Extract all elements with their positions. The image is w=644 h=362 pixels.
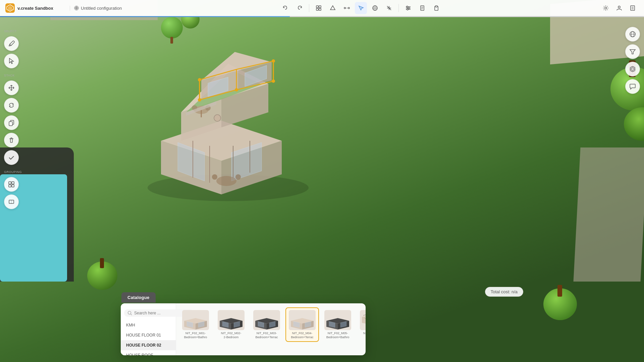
stack-section-label: STACK [4,74,22,77]
svg-line-69 [131,314,132,315]
copy-left-button[interactable] [4,115,19,130]
sliders-button[interactable] [402,2,414,14]
catalogue-card-image-4 [289,310,316,330]
svg-point-32 [618,6,620,8]
svg-point-51 [272,79,275,83]
svg-point-42 [216,176,236,186]
svg-rect-60 [12,182,14,184]
globe-tool-button[interactable] [369,2,381,14]
catalogue-card-label-6: NIT_F02_M06- Terrace [363,331,366,339]
app-name-label: v.create Sandbox [17,6,53,11]
catalogue-card-2[interactable]: NIT_F02_M02- 2-Bedroom [214,307,248,342]
svg-point-49 [198,78,201,81]
category-item-house-roof[interactable]: HOUSE ROOF [121,350,176,355]
catalogue-card-1[interactable]: NIT_F02_M01- Bedroom+Bathro [179,307,212,342]
svg-point-53 [235,88,238,92]
ungroup-button[interactable] [4,194,19,209]
confirm-button[interactable] [4,150,19,165]
layers-right-button[interactable] [625,62,640,76]
catalogue-panel: ✕ KMHHOUSE FLOOR 01HOUSE FLOOR 02HOUSE R… [121,303,366,355]
catalogue-card-image-3 [253,310,280,330]
svg-rect-59 [9,182,11,184]
connect-button[interactable] [341,2,353,14]
catalogue-float-btn: Catalogue [121,292,156,303]
catalogue-card-label-3: NIT_F02_M03- Bedroom+Terrac [256,331,278,339]
move-button[interactable] [4,80,19,95]
cross-button[interactable] [383,2,395,14]
svg-marker-56 [9,58,13,64]
app-logo-icon [5,3,15,13]
search-row: ✕ [121,307,176,320]
svg-point-68 [128,311,131,314]
svg-point-50 [272,59,275,63]
catalogue-items: NIT_F02_M01- Bedroom+Bathro NIT_F02_M02-… [176,303,366,355]
logo-area: v.create Sandbox [5,3,66,13]
grid-button[interactable] [313,2,325,14]
catalogue-card-label-4: NIT_F02_M04- Bedroom+Terrac [291,331,314,339]
progress-fill [0,16,290,17]
globe-right-button[interactable] [625,27,640,42]
svg-rect-58 [9,122,12,126]
svg-point-23 [408,7,410,9]
catalogue-card-3[interactable]: NIT_F02_M03- Bedroom+Terrac [250,307,283,342]
pencil-tool-button[interactable] [4,36,19,51]
svg-point-31 [605,7,607,9]
select-section-label: SELECT [4,29,22,33]
catalogue-card-5[interactable]: NIT_F02_M05- Bedroom+Bathro [321,307,355,342]
svg-point-11 [348,7,350,9]
grouping-section-label: GROUPING [4,170,22,174]
topbar-toolbar [126,2,596,14]
svg-point-24 [407,9,408,10]
svg-line-55 [10,44,11,46]
config-status-icon [74,6,79,10]
svg-rect-62 [12,185,14,187]
catalogue-card-image-5 [324,310,351,330]
settings-button[interactable] [600,2,612,14]
menu-button[interactable] [627,2,639,14]
shape-button[interactable] [327,2,339,14]
config-area: Untitled configuration [70,6,122,11]
svg-point-4 [76,7,77,9]
category-item-house-floor-02[interactable]: HOUSE FLOOR 02 [121,340,176,350]
catalogue-card-label-2: NIT_F02_M02- 2-Bedroom [221,331,241,339]
left-toolbar: SELECT STACK [4,27,22,209]
svg-rect-8 [319,8,321,10]
redo-button[interactable] [293,2,306,14]
filter-right-button[interactable] [625,44,640,59]
category-item-kmh[interactable]: KMH [121,320,176,330]
svg-rect-5 [316,6,318,8]
catalogue-tab-button[interactable]: Catalogue [121,292,156,303]
total-cost-badge: Total cost: n/a [485,287,523,297]
total-cost-label: Total cost: n/a [491,289,518,294]
topbar-right-actions [600,2,639,14]
search-icon [127,311,132,315]
rotate-button[interactable] [4,98,19,113]
house-building [127,47,335,208]
catalogue-card-label-1: NIT_F02_M01- Bedroom+Bathro [184,331,207,339]
svg-marker-9 [330,6,335,10]
svg-point-44 [235,174,241,180]
clipboard-button[interactable] [430,2,442,14]
group-button[interactable] [4,177,19,192]
select-arrow-button[interactable] [4,54,19,68]
catalogue-card-image-6 [360,310,366,330]
catalogue-card-6[interactable]: NIT_F02_M06- Terrace [357,307,366,342]
svg-rect-7 [316,8,318,10]
config-name-label: Untitled configuration [81,6,122,11]
profile-button[interactable] [613,2,625,14]
svg-point-10 [344,7,345,9]
undo-button[interactable] [279,2,291,14]
chat-right-button[interactable] [625,79,640,94]
svg-point-54 [214,115,221,121]
catalogue-card-4[interactable]: NIT_F02_M04- Bedroom+Terrac [285,307,319,342]
svg-point-22 [407,6,408,7]
delete-button[interactable] [4,133,19,147]
document-button[interactable] [416,2,428,14]
svg-point-43 [212,174,217,180]
progress-bar [0,16,644,17]
catalogue-card-label-5: NIT_F02_M05- Bedroom+Bathro [326,331,349,339]
svg-point-52 [198,98,201,102]
select-tool-button[interactable] [355,2,367,14]
category-item-house-floor-01[interactable]: HOUSE FLOOR 01 [121,330,176,340]
svg-rect-61 [9,185,11,187]
